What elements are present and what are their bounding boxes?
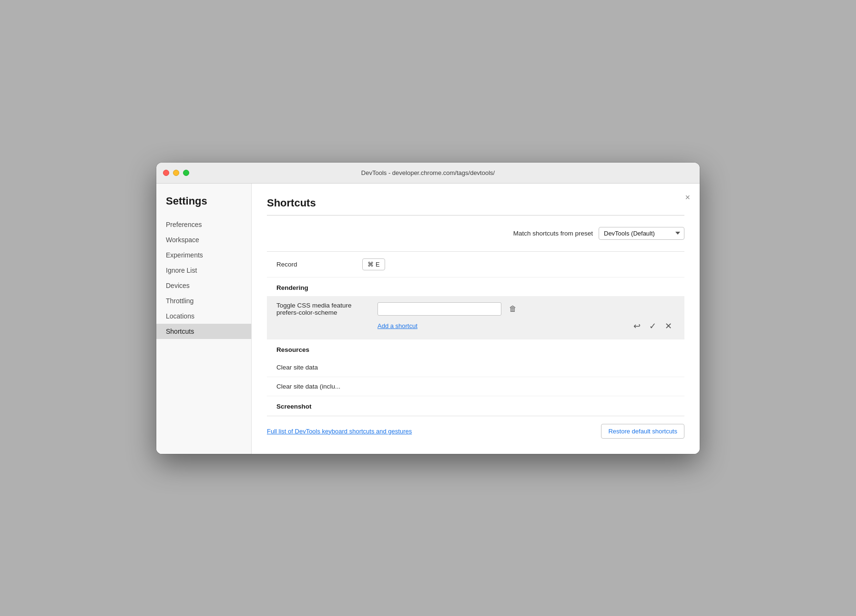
sidebar-item-throttling[interactable]: Throttling bbox=[156, 293, 251, 308]
record-key-combo: ⌘ E bbox=[362, 258, 385, 270]
undo-icon: ↩ bbox=[633, 321, 641, 331]
title-divider bbox=[267, 215, 684, 216]
sidebar: Settings Preferences Workspace Experimen… bbox=[156, 184, 252, 454]
screenshot-section-header: Screenshot bbox=[267, 396, 684, 412]
editing-bottom: Add a shortcut ↩ ✓ ✕ bbox=[276, 319, 675, 333]
sidebar-item-locations[interactable]: Locations bbox=[156, 308, 251, 324]
close-button[interactable] bbox=[163, 170, 169, 176]
preset-row: Match shortcuts from preset DevTools (De… bbox=[267, 227, 684, 240]
sidebar-item-ignore-list[interactable]: Ignore List bbox=[156, 263, 251, 278]
check-icon: ✓ bbox=[649, 321, 656, 331]
window-body: Settings Preferences Workspace Experimen… bbox=[156, 184, 700, 454]
sidebar-item-preferences[interactable]: Preferences bbox=[156, 217, 251, 232]
cancel-icon: ✕ bbox=[665, 321, 672, 331]
resources-section-header: Resources bbox=[267, 339, 684, 358]
toggle-css-name: Toggle CSS media featureprefers-color-sc… bbox=[276, 302, 372, 316]
clear-site-data-inclu-row: Clear site data (inclu... bbox=[267, 377, 684, 396]
rendering-section-header: Rendering bbox=[267, 277, 684, 296]
record-key-e: E bbox=[376, 261, 380, 268]
sidebar-heading: Settings bbox=[156, 195, 251, 217]
undo-button[interactable]: ↩ bbox=[631, 319, 643, 333]
preset-label: Match shortcuts from preset bbox=[513, 230, 593, 237]
traffic-lights bbox=[163, 170, 189, 176]
restore-defaults-button[interactable]: Restore default shortcuts bbox=[601, 424, 684, 439]
confirm-button[interactable]: ✓ bbox=[646, 319, 659, 333]
footer: Full list of DevTools keyboard shortcuts… bbox=[267, 416, 684, 441]
toggle-css-shortcut-row: Toggle CSS media featureprefers-color-sc… bbox=[267, 296, 684, 339]
sidebar-item-workspace[interactable]: Workspace bbox=[156, 232, 251, 247]
record-row: Record ⌘ E bbox=[267, 252, 684, 277]
clear-site-data-label: Clear site data bbox=[276, 364, 318, 371]
window-title: DevTools - developer.chrome.com/tags/dev… bbox=[361, 169, 495, 176]
minimize-button[interactable] bbox=[173, 170, 179, 176]
dialog-close-button[interactable]: × bbox=[685, 193, 690, 202]
sidebar-item-experiments[interactable]: Experiments bbox=[156, 247, 251, 263]
shortcuts-scroll-area: Record ⌘ E Rendering Toggle CSS media fe… bbox=[267, 251, 684, 412]
page-title: Shortcuts bbox=[267, 197, 684, 209]
keyboard-shortcuts-link[interactable]: Full list of DevTools keyboard shortcuts… bbox=[267, 428, 412, 435]
titlebar: DevTools - developer.chrome.com/tags/dev… bbox=[156, 163, 700, 184]
main-content: × Shortcuts Match shortcuts from preset … bbox=[252, 184, 700, 454]
clear-site-data-row: Clear site data bbox=[267, 358, 684, 377]
record-key-cmd: ⌘ bbox=[367, 261, 374, 268]
record-label: Record bbox=[267, 261, 362, 268]
editing-actions: ↩ ✓ ✕ bbox=[631, 319, 675, 333]
devtools-window: DevTools - developer.chrome.com/tags/dev… bbox=[156, 163, 700, 454]
trash-icon: 🗑 bbox=[509, 305, 517, 313]
shortcut-input[interactable] bbox=[377, 302, 501, 316]
sidebar-item-devices[interactable]: Devices bbox=[156, 278, 251, 293]
delete-shortcut-button[interactable]: 🗑 bbox=[507, 303, 519, 315]
cancel-edit-button[interactable]: ✕ bbox=[662, 319, 675, 333]
sidebar-item-shortcuts[interactable]: Shortcuts bbox=[156, 324, 251, 339]
editing-top: Toggle CSS media featureprefers-color-sc… bbox=[276, 302, 675, 316]
add-shortcut-link[interactable]: Add a shortcut bbox=[377, 322, 631, 329]
clear-site-data-inclu-label: Clear site data (inclu... bbox=[276, 383, 340, 390]
maximize-button[interactable] bbox=[183, 170, 189, 176]
preset-select[interactable]: DevTools (Default) Visual Studio Code bbox=[599, 227, 684, 240]
